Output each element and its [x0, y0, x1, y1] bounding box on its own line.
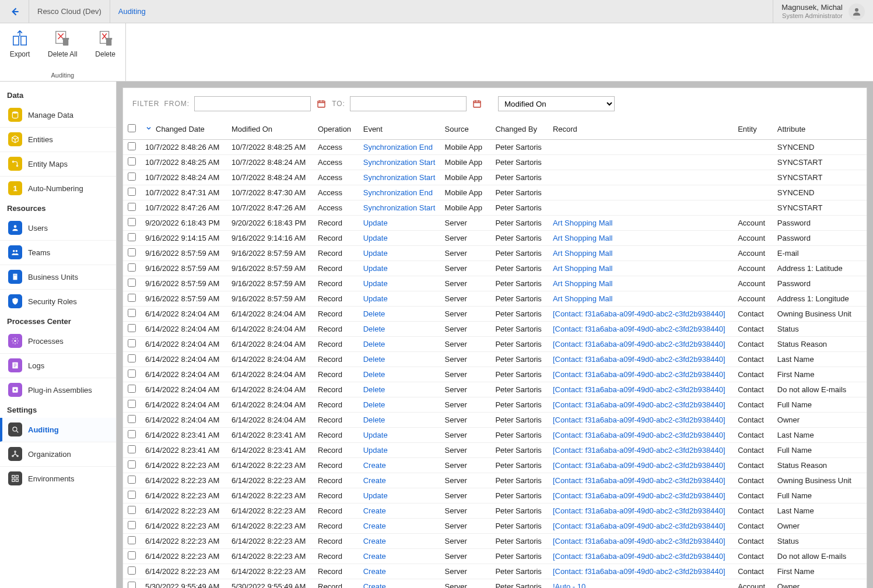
row-checkbox[interactable]	[128, 521, 136, 529]
cell-event[interactable]: Synchronization End	[359, 185, 440, 200]
sidebar-item-plugin-assemblies[interactable]: Plug-in Assemblies	[0, 378, 116, 402]
cell-record[interactable]: [Contact: f31a6aba-a09f-49d0-abc2-c3fd2b…	[548, 382, 733, 397]
cell-event[interactable]: Update	[359, 276, 440, 291]
row-checkbox[interactable]	[128, 506, 136, 514]
cell-event[interactable]: Delete	[359, 321, 440, 336]
table-row[interactable]: 6/14/2022 8:24:04 AM6/14/2022 8:24:04 AM…	[123, 367, 867, 382]
row-checkbox[interactable]	[128, 536, 136, 544]
table-row[interactable]: 6/14/2022 8:22:23 AM6/14/2022 8:22:23 AM…	[123, 473, 867, 488]
cell-record[interactable]: [Contact: f31a6aba-a09f-49d0-abc2-c3fd2b…	[548, 336, 733, 351]
row-checkbox[interactable]	[128, 157, 136, 166]
table-row[interactable]: 9/20/2022 6:18:43 PM9/20/2022 6:18:43 PM…	[123, 215, 867, 230]
col-select-all[interactable]	[123, 119, 141, 139]
cell-event[interactable]: Update	[359, 291, 440, 306]
col-event[interactable]: Event	[359, 119, 440, 139]
cell-event[interactable]: Update	[359, 230, 440, 245]
table-row[interactable]: 6/14/2022 8:23:41 AM6/14/2022 8:23:41 AM…	[123, 442, 867, 457]
back-button[interactable]	[0, 0, 29, 23]
table-row[interactable]: 6/14/2022 8:24:04 AM6/14/2022 8:24:04 AM…	[123, 321, 867, 336]
row-checkbox[interactable]	[128, 415, 136, 423]
cell-record[interactable]: [Contact: f31a6aba-a09f-49d0-abc2-c3fd2b…	[548, 397, 733, 412]
table-row[interactable]: 10/7/2022 8:48:24 AM10/7/2022 8:48:24 AM…	[123, 170, 867, 185]
table-row[interactable]: 6/14/2022 8:22:23 AM6/14/2022 8:22:23 AM…	[123, 548, 867, 564]
cell-event[interactable]: Update	[359, 427, 440, 442]
calendar-from-button[interactable]	[315, 98, 327, 110]
cell-record[interactable]: Art Shopping Mall	[548, 260, 733, 276]
cell-event[interactable]: Synchronization End	[359, 139, 440, 154]
table-row[interactable]: 9/16/2022 8:57:59 AM9/16/2022 8:57:59 AM…	[123, 276, 867, 291]
cell-record[interactable]: [Contact: f31a6aba-a09f-49d0-abc2-c3fd2b…	[548, 412, 733, 427]
row-checkbox[interactable]	[128, 369, 136, 378]
filter-field-select[interactable]: Modified On	[498, 96, 615, 111]
cell-record[interactable]: [Contact: f31a6aba-a09f-49d0-abc2-c3fd2b…	[548, 548, 733, 564]
cell-event[interactable]: Delete	[359, 382, 440, 397]
cell-record[interactable]: [Contact: f31a6aba-a09f-49d0-abc2-c3fd2b…	[548, 442, 733, 457]
table-row[interactable]: 9/16/2022 8:57:59 AM9/16/2022 8:57:59 AM…	[123, 291, 867, 306]
cell-record[interactable]: [Contact: f31a6aba-a09f-49d0-abc2-c3fd2b…	[548, 488, 733, 503]
cell-event[interactable]: Synchronization Start	[359, 170, 440, 185]
sidebar-item-security-roles[interactable]: Security Roles	[0, 289, 116, 314]
table-row[interactable]: 5/30/2022 9:55:49 AM5/30/2022 9:55:49 AM…	[123, 579, 867, 588]
row-checkbox[interactable]	[128, 248, 136, 256]
row-checkbox[interactable]	[128, 354, 136, 362]
cell-record[interactable]: [Contact: f31a6aba-a09f-49d0-abc2-c3fd2b…	[548, 518, 733, 533]
row-checkbox[interactable]	[128, 188, 136, 196]
table-row[interactable]: 6/14/2022 8:22:23 AM6/14/2022 8:22:23 AM…	[123, 518, 867, 533]
cell-record[interactable]: [Contact: f31a6aba-a09f-49d0-abc2-c3fd2b…	[548, 321, 733, 336]
filter-from-input[interactable]	[194, 96, 311, 111]
calendar-to-button[interactable]	[471, 98, 483, 110]
row-checkbox[interactable]	[128, 233, 136, 241]
sidebar-item-entities[interactable]: Entities	[0, 127, 116, 152]
cell-event[interactable]: Update	[359, 215, 440, 230]
table-row[interactable]: 6/14/2022 8:24:04 AM6/14/2022 8:24:04 AM…	[123, 397, 867, 412]
row-checkbox[interactable]	[128, 142, 136, 150]
delete-all-button[interactable]: Delete All	[44, 27, 81, 61]
cell-record[interactable]: [Contact: f31a6aba-a09f-49d0-abc2-c3fd2b…	[548, 427, 733, 442]
cell-event[interactable]: Create	[359, 579, 440, 588]
row-checkbox[interactable]	[128, 203, 136, 211]
row-checkbox[interactable]	[128, 551, 136, 559]
cell-record[interactable]: [Contact: f31a6aba-a09f-49d0-abc2-c3fd2b…	[548, 564, 733, 579]
cell-record[interactable]: [Contact: f31a6aba-a09f-49d0-abc2-c3fd2b…	[548, 457, 733, 473]
export-button[interactable]: Export	[6, 27, 34, 61]
row-checkbox[interactable]	[128, 476, 136, 484]
cell-event[interactable]: Create	[359, 457, 440, 473]
sidebar-item-logs[interactable]: Logs	[0, 353, 116, 378]
row-checkbox[interactable]	[128, 400, 136, 408]
user-menu[interactable]: Magnusek, Michal System Administrator	[773, 0, 873, 23]
row-checkbox[interactable]	[128, 445, 136, 453]
cell-event[interactable]: Delete	[359, 367, 440, 382]
cell-event[interactable]: Delete	[359, 336, 440, 351]
select-all-checkbox[interactable]	[128, 124, 136, 132]
cell-record[interactable]: !Auto - 10	[548, 579, 733, 588]
cell-event[interactable]: Delete	[359, 351, 440, 367]
sidebar-item-processes[interactable]: Processes	[0, 329, 116, 353]
cell-record[interactable]: [Contact: f31a6aba-a09f-49d0-abc2-c3fd2b…	[548, 533, 733, 548]
table-row[interactable]: 6/14/2022 8:24:04 AM6/14/2022 8:24:04 AM…	[123, 412, 867, 427]
table-row[interactable]: 6/14/2022 8:24:04 AM6/14/2022 8:24:04 AM…	[123, 336, 867, 351]
cell-event[interactable]: Update	[359, 488, 440, 503]
table-row[interactable]: 6/14/2022 8:22:23 AM6/14/2022 8:22:23 AM…	[123, 488, 867, 503]
row-checkbox[interactable]	[128, 324, 136, 332]
cell-record[interactable]: [Contact: f31a6aba-a09f-49d0-abc2-c3fd2b…	[548, 473, 733, 488]
col-entity[interactable]: Entity	[733, 119, 773, 139]
cell-record[interactable]: Art Shopping Mall	[548, 291, 733, 306]
sidebar-item-manage-data[interactable]: Manage Data	[0, 103, 116, 127]
delete-button[interactable]: Delete	[92, 27, 120, 61]
table-row[interactable]: 6/14/2022 8:24:04 AM6/14/2022 8:24:04 AM…	[123, 306, 867, 321]
cell-event[interactable]: Create	[359, 503, 440, 518]
table-row[interactable]: 10/7/2022 8:48:25 AM10/7/2022 8:48:24 AM…	[123, 154, 867, 170]
cell-record[interactable]: [Contact: f31a6aba-a09f-49d0-abc2-c3fd2b…	[548, 503, 733, 518]
row-checkbox[interactable]	[128, 279, 136, 287]
cell-event[interactable]: Update	[359, 260, 440, 276]
audit-table-container[interactable]: Changed Date Modified On Operation Event…	[123, 119, 867, 588]
cell-event[interactable]: Update	[359, 442, 440, 457]
row-checkbox[interactable]	[128, 294, 136, 302]
col-attribute[interactable]: Attribute	[773, 119, 867, 139]
table-row[interactable]: 9/16/2022 8:57:59 AM9/16/2022 8:57:59 AM…	[123, 245, 867, 260]
table-row[interactable]: 6/14/2022 8:23:41 AM6/14/2022 8:23:41 AM…	[123, 427, 867, 442]
table-row[interactable]: 6/14/2022 8:24:04 AM6/14/2022 8:24:04 AM…	[123, 351, 867, 367]
sidebar-item-users[interactable]: Users	[0, 216, 116, 240]
table-row[interactable]: 9/16/2022 9:14:15 AM9/16/2022 9:14:16 AM…	[123, 230, 867, 245]
cell-record[interactable]: [Contact: f31a6aba-a09f-49d0-abc2-c3fd2b…	[548, 351, 733, 367]
